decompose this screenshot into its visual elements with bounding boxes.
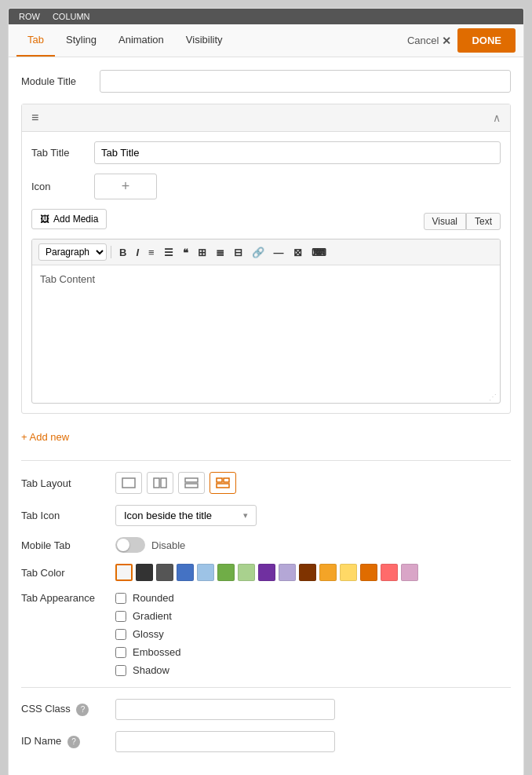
tabs-row: Tab Styling Animation Visibility Cancel … (9, 24, 523, 57)
color-swatches (115, 564, 418, 581)
tab-title-input[interactable] (94, 141, 501, 164)
main-content: Module Title ≡ ∧ Tab Title Icon + (9, 57, 523, 775)
tab-icon-dropdown[interactable]: Icon beside the title ▾ (115, 505, 257, 526)
accordion-header[interactable]: ≡ ∧ (22, 104, 510, 132)
divider-1 (21, 460, 511, 461)
appearance-glossy[interactable]: Glossy (115, 628, 180, 640)
layout-option-1[interactable] (115, 472, 142, 494)
mobile-tab-toggle[interactable] (115, 537, 145, 553)
rounded-checkbox[interactable] (115, 593, 126, 604)
svg-rect-1 (154, 478, 159, 488)
row-label[interactable]: ROW (15, 11, 44, 22)
done-button[interactable]: DONE (457, 28, 516, 53)
color-swatch-1[interactable] (136, 564, 153, 581)
glossy-label: Glossy (133, 628, 164, 640)
italic-button[interactable]: I (132, 245, 143, 260)
color-swatch-11[interactable] (340, 564, 357, 581)
editor-resize-handle[interactable]: ⋰ (32, 391, 500, 403)
blockquote-button[interactable]: ❝ (179, 245, 192, 260)
visual-button[interactable]: Visual (424, 213, 466, 230)
tab-appearance-label: Tab Appearance (21, 592, 115, 604)
tab-icon-label: Tab Icon (21, 510, 115, 521)
tab-layout-row: Tab Layout (21, 472, 511, 494)
module-title-input[interactable] (100, 70, 511, 93)
shadow-checkbox[interactable] (115, 665, 126, 676)
svg-rect-7 (217, 484, 229, 488)
tab-visibility[interactable]: Visibility (175, 24, 234, 57)
editor-wrapper: Paragraph B I ≡ ☰ ❝ ⊞ ≣ ⊟ 🔗 — ⊠ (31, 239, 501, 404)
column-label[interactable]: COLUMN (49, 11, 94, 22)
css-class-input[interactable] (115, 699, 335, 720)
keyboard-button[interactable]: ⌨ (308, 245, 330, 260)
color-swatch-13[interactable] (381, 564, 398, 581)
bold-button[interactable]: B (115, 245, 130, 260)
unordered-list-button[interactable]: ≡ (144, 245, 159, 260)
editor-toolbar: Paragraph B I ≡ ☰ ❝ ⊞ ≣ ⊟ 🔗 — ⊠ (32, 239, 500, 265)
color-swatch-8[interactable] (279, 564, 296, 581)
tab-appearance-row: Tab Appearance Rounded Gradient Glossy E… (21, 592, 511, 676)
embossed-checkbox[interactable] (115, 647, 126, 658)
icon-label: Icon (31, 181, 94, 192)
id-name-label: ID Name ? (21, 735, 115, 748)
hr-button[interactable]: — (270, 245, 288, 260)
align-right-button[interactable]: ⊟ (230, 245, 246, 260)
color-swatch-4[interactable] (197, 564, 214, 581)
editor-content[interactable]: Tab Content (32, 265, 500, 391)
css-class-row: CSS Class ? (21, 699, 511, 720)
ordered-list-button[interactable]: ☰ (160, 245, 177, 260)
add-media-button[interactable]: 🖼 Add Media (31, 209, 107, 229)
id-name-input[interactable] (115, 731, 335, 752)
tab-tab[interactable]: Tab (16, 24, 55, 57)
color-swatch-6[interactable] (238, 564, 255, 581)
cancel-button[interactable]: Cancel ✕ (407, 35, 451, 47)
color-swatch-14[interactable] (401, 564, 418, 581)
color-swatch-9[interactable] (299, 564, 316, 581)
icon-add-button[interactable]: + (94, 174, 157, 199)
gradient-checkbox[interactable] (115, 611, 126, 622)
appearance-rounded[interactable]: Rounded (115, 592, 180, 604)
appearance-shadow[interactable]: Shadow (115, 664, 180, 676)
svg-rect-0 (122, 478, 135, 488)
css-class-help-icon[interactable]: ? (76, 704, 89, 716)
color-swatch-3[interactable] (177, 564, 194, 581)
editor-text: Tab Content (40, 273, 95, 285)
svg-rect-3 (185, 478, 198, 482)
color-swatch-12[interactable] (360, 564, 377, 581)
visual-text-toggle: Visual Text (424, 213, 501, 230)
text-button[interactable]: Text (466, 213, 501, 230)
link-button[interactable]: 🔗 (248, 245, 268, 260)
layout-option-4[interactable] (210, 472, 236, 494)
svg-rect-2 (161, 478, 166, 488)
color-swatch-7[interactable] (258, 564, 275, 581)
appearance-gradient[interactable]: Gradient (115, 610, 180, 622)
add-new-button[interactable]: + Add new (21, 425, 511, 449)
chevron-down-icon: ▾ (243, 510, 248, 521)
color-swatch-5[interactable] (217, 564, 235, 581)
css-class-label: CSS Class ? (21, 703, 115, 716)
paragraph-select[interactable]: Paragraph (38, 243, 107, 261)
divider-2 (21, 687, 511, 688)
align-center-button[interactable]: ≣ (212, 245, 228, 260)
embossed-label: Embossed (133, 646, 180, 658)
layout-option-2[interactable] (147, 472, 173, 494)
module-title-label: Module Title (21, 75, 100, 87)
icon-row: Icon + (31, 174, 501, 199)
color-swatch-2[interactable] (156, 564, 173, 581)
glossy-checkbox[interactable] (115, 629, 126, 640)
color-swatch-10[interactable] (319, 564, 337, 581)
color-swatch-0[interactable] (115, 564, 133, 581)
tab-title-row: Tab Title (31, 141, 501, 164)
add-media-label: Add Media (53, 214, 98, 225)
main-container: ROW COLUMN Tab Styling Animation Visibil… (8, 8, 524, 775)
toggle-label: Disable (151, 539, 185, 551)
fullscreen-button[interactable]: ⊠ (290, 245, 306, 260)
tab-styling[interactable]: Styling (55, 24, 107, 57)
tab-animation[interactable]: Animation (107, 24, 175, 57)
align-left-button[interactable]: ⊞ (194, 245, 210, 260)
tab-layout-label: Tab Layout (21, 477, 115, 489)
appearance-embossed[interactable]: Embossed (115, 646, 180, 658)
close-icon: ✕ (442, 35, 451, 47)
tab-color-row: Tab Color (21, 564, 511, 581)
layout-option-3[interactable] (178, 472, 205, 494)
id-name-help-icon[interactable]: ? (67, 736, 80, 748)
